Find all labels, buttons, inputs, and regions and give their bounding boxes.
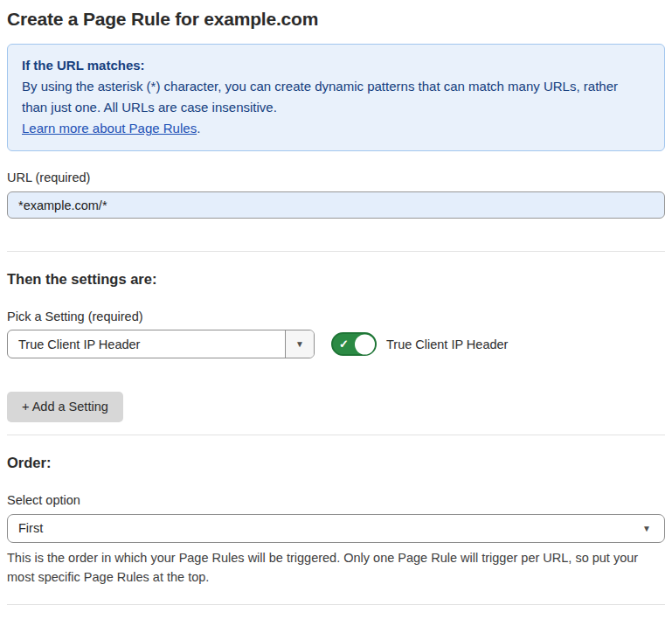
link-suffix: . [197,121,200,136]
learn-more-link[interactable]: Learn more about Page Rules [22,121,197,136]
setting-picker-value: True Client IP Header [8,330,285,358]
chevron-down-icon[interactable]: ▼ [285,330,314,358]
setting-picker-dropdown[interactable]: True Client IP Header ▼ [7,330,315,358]
add-setting-button[interactable]: + Add a Setting [7,392,123,422]
toggle-knob[interactable] [355,334,375,354]
order-help-text: This is the order in which your Page Rul… [7,548,661,587]
chevron-down-icon: ▼ [642,524,651,533]
check-icon: ✓ [339,338,349,350]
info-box-body: By using the asterisk (*) character, you… [22,76,634,118]
info-box-link-line: Learn more about Page Rules. [22,118,650,139]
order-select-value: First [18,521,43,535]
url-field-label: URL (required) [7,170,665,184]
page-title: Create a Page Rule for example.com [7,9,665,30]
setting-row: True Client IP Header ▼ ✓ True Client IP… [7,330,665,358]
url-input[interactable] [7,191,665,219]
setting-toggle[interactable]: ✓ [331,332,377,356]
order-select-label: Select option [7,493,665,507]
divider [7,435,665,435]
pick-setting-label: Pick a Setting (required) [7,310,665,323]
settings-section-heading: Then the settings are: [7,271,665,288]
order-section-heading: Order: [7,455,665,471]
divider [7,251,665,252]
order-select-dropdown[interactable]: First ▼ [7,514,665,543]
url-match-info-box: If the URL matches: By using the asteris… [7,44,665,151]
info-box-heading: If the URL matches: [22,55,650,76]
divider [7,604,665,605]
setting-toggle-label: True Client IP Header [386,337,508,351]
page-rule-form: Create a Page Rule for example.com If th… [0,0,672,619]
